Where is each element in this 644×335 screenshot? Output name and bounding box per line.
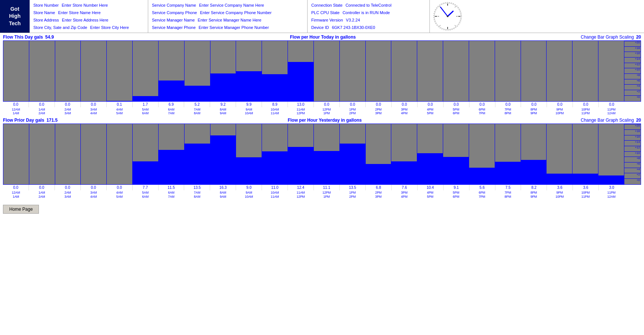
bar-fill bbox=[159, 81, 184, 101]
chart-today-labels: 12AM1AM1AM2AM2AM3AM3AM4AM4AM5AM5AM6AM6AM… bbox=[3, 107, 641, 115]
bar-column bbox=[262, 124, 288, 184]
flow-today-label: Flow This Day gals bbox=[3, 35, 43, 40]
bar-column bbox=[107, 41, 133, 101]
bar-value: 0.0 bbox=[599, 102, 624, 107]
chart-yesterday-header: Flow Prior Day gals 171.5 Flow per Hour … bbox=[3, 118, 641, 123]
bar-value: 0.1 bbox=[107, 102, 133, 107]
store-name-value: Enter Store Name Here bbox=[58, 10, 101, 15]
clock bbox=[430, 0, 465, 33]
bar-label: 7PM8PM bbox=[495, 190, 521, 198]
bar-column bbox=[159, 124, 185, 184]
bar-fill bbox=[391, 161, 417, 184]
bar-label: 7AM8AM bbox=[184, 190, 210, 198]
bar-column bbox=[262, 41, 288, 101]
bar-value: 13.5 bbox=[340, 185, 366, 190]
bar-column bbox=[3, 124, 29, 184]
store-city-label: Store City, Sate and Zip Code bbox=[33, 25, 87, 30]
bar-value: 6.9 bbox=[159, 102, 185, 107]
bar-label: 4PM5PM bbox=[417, 107, 443, 115]
flow-yesterday-value: 171.5 bbox=[46, 118, 57, 123]
bar-column bbox=[210, 41, 236, 101]
bar-value: 0.0 bbox=[573, 102, 599, 107]
bar-column bbox=[210, 124, 236, 184]
bar-column bbox=[443, 124, 469, 184]
chart-today-bars bbox=[3, 41, 624, 101]
bar-column bbox=[133, 41, 159, 101]
bar-fill bbox=[572, 174, 598, 184]
bar-label: 1PM2PM bbox=[339, 107, 365, 115]
bar-value: 13.5 bbox=[184, 185, 210, 190]
service-manager-name-value: Enter Service Manager Name Here bbox=[198, 18, 262, 22]
bar-value: 0.0 bbox=[81, 185, 107, 190]
home-page-button[interactable]: Home Page bbox=[3, 205, 39, 214]
bar-value: 0.0 bbox=[55, 102, 81, 107]
bottom-bar: Home Page bbox=[0, 203, 644, 216]
chart-today-scale: +20 +18 +16 +14 +12 +10 +8 +6 +4 +2 +0 bbox=[624, 41, 641, 101]
bar-label: 10AM11AM bbox=[262, 107, 288, 115]
bar-value: 0.0 bbox=[314, 102, 340, 107]
chart-yesterday-values: 0.00.00.00.00.07.711.513.516.39.011.012.… bbox=[3, 185, 641, 190]
bar-label: 9PM10PM bbox=[547, 107, 572, 115]
bar-label: 3AM4AM bbox=[81, 107, 107, 115]
bar-column bbox=[29, 124, 55, 184]
bar-value: 0.0 bbox=[81, 102, 107, 107]
bar-column bbox=[417, 124, 443, 184]
bar-label: 5PM6PM bbox=[443, 190, 469, 198]
bar-label: 6PM7PM bbox=[469, 107, 495, 115]
chart-today-scale-label: Change Bar Graph Scaling bbox=[581, 35, 634, 40]
bar-fill bbox=[210, 135, 236, 185]
bar-column bbox=[391, 41, 417, 101]
bar-value: 12.4 bbox=[288, 185, 314, 190]
bar-value: 6.8 bbox=[366, 185, 392, 190]
bar-column bbox=[3, 41, 29, 101]
bar-fill bbox=[469, 168, 495, 185]
plc-state-value: Controller is in RUN Mode bbox=[342, 10, 390, 15]
bar-label: 8PM9PM bbox=[521, 107, 547, 115]
bar-fill bbox=[366, 164, 391, 184]
bar-fill bbox=[262, 151, 288, 185]
firmware-label: Firmware Version bbox=[311, 18, 343, 22]
bar-value: 10.4 bbox=[418, 185, 444, 190]
firmware-value: V3.2.24 bbox=[346, 18, 360, 22]
store-address-label: Store Address bbox=[33, 18, 59, 22]
bar-label: 9PM10PM bbox=[547, 190, 572, 198]
bar-value: 9.2 bbox=[210, 102, 236, 107]
bar-fill bbox=[107, 101, 132, 101]
bar-column bbox=[107, 124, 133, 184]
chart-yesterday-subtitle: Flow per Hour Yesterday in gallons bbox=[71, 118, 578, 123]
bar-label: 2AM3AM bbox=[55, 190, 81, 198]
bar-column bbox=[391, 124, 417, 184]
bar-label: 2PM3PM bbox=[365, 190, 391, 198]
chart-yesterday-scale: +20 +18 +16 +14 +12 +10 +8 +6 +4 +2 +0 bbox=[624, 124, 641, 184]
bar-column bbox=[521, 41, 547, 101]
bar-column bbox=[236, 41, 262, 101]
bar-column bbox=[598, 41, 624, 101]
charts-area: Flow This Day gals 54.9 Flow per Hour To… bbox=[0, 33, 644, 203]
bar-label: 6PM7PM bbox=[469, 190, 495, 198]
chart-yesterday: Flow Prior Day gals 171.5 Flow per Hour … bbox=[3, 118, 641, 198]
bar-value: 0.0 bbox=[3, 102, 29, 107]
bar-label: 1PM2PM bbox=[339, 190, 365, 198]
connection-state-label: Connection State bbox=[311, 3, 342, 7]
bar-column bbox=[366, 124, 392, 184]
bar-value: 0.0 bbox=[29, 185, 55, 190]
bar-fill bbox=[210, 73, 236, 101]
bar-fill bbox=[417, 153, 443, 185]
bar-value: 11.0 bbox=[262, 185, 288, 190]
bar-label: 9AM10AM bbox=[236, 107, 262, 115]
chart-yesterday-scale-label: Change Bar Graph Scaling bbox=[581, 118, 634, 123]
bar-label: 11AM12PM bbox=[288, 107, 314, 115]
bar-value: 3.6 bbox=[573, 185, 599, 190]
bar-column bbox=[340, 124, 366, 184]
bar-value: 11.1 bbox=[314, 185, 340, 190]
flow-yesterday-label: Flow Prior Day gals bbox=[3, 118, 44, 123]
bar-value: 16.3 bbox=[210, 185, 236, 190]
bar-value: 0.0 bbox=[3, 185, 29, 190]
store-number-label: Store Number bbox=[33, 3, 59, 7]
bar-column bbox=[159, 41, 185, 101]
bar-fill bbox=[159, 150, 184, 185]
bar-column bbox=[572, 41, 598, 101]
bar-value: 11.5 bbox=[159, 185, 185, 190]
service-company-phone-label: Service Company Phone bbox=[152, 10, 197, 15]
bar-value: 8.2 bbox=[521, 185, 547, 190]
